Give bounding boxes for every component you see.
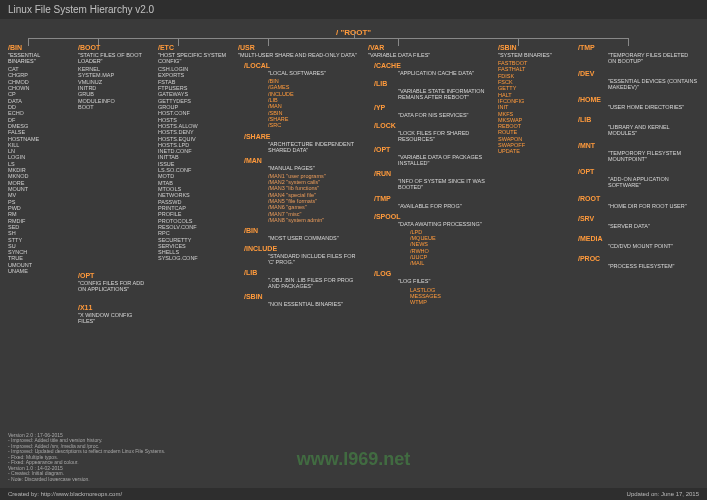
desc-usr-share: "ARCHITECTURE INDEPENDENT SHARED DATA" — [268, 141, 358, 153]
dir-var-run: /RUN — [374, 170, 488, 177]
version-notes: Version 2.0 : 17-06-2015 - Improved: Add… — [8, 433, 178, 483]
col-var: /VAR "VARIABLE DATA FILES" /CACHE "APPLI… — [368, 44, 488, 305]
dir-usr-sbin: /SBIN — [244, 293, 358, 300]
dir-var-opt: /OPT — [374, 146, 488, 153]
dir-usr: /USR — [238, 44, 358, 51]
dir-mnt: /MNT — [578, 142, 698, 149]
dir-srv: /SRV — [578, 215, 698, 222]
items-bin: CATCHGRPCHMODCHOWNCPDATADDECHODFDMESGFAL… — [8, 66, 68, 274]
desc-home: "USER HOME DIRECTORIES" — [608, 104, 698, 110]
desc-usr-bin: "MOST USER COMMANDS" — [268, 235, 358, 241]
dir-proc: /PROC — [578, 255, 698, 262]
page-title: Linux File System Hierarchy v2.0 — [8, 4, 154, 15]
dir-var-cache: /CACHE — [374, 62, 488, 69]
col-right: /TMP "TEMPORARY FILES DELETED ON BOOTUP"… — [578, 44, 698, 275]
footer-left: Created by: http://www.blackmoreops.com/ — [8, 491, 122, 497]
desc-var-cache: "APPLICATION CACHE DATA" — [398, 70, 488, 76]
desc-mnt: "TEMPORORY FILESYSTEM MOUNTPOINT" — [608, 150, 698, 162]
desc-usr-man: "MANUAL PAGES" — [268, 165, 358, 171]
dir-usr-man: /MAN — [244, 157, 358, 164]
items-usr-local: /BIN/GAMES/INCLUDE/LIB/MAN/SBIN/SHARE/SR… — [268, 78, 358, 129]
desc-var: "VARIABLE DATA FILES" — [368, 52, 488, 58]
dir-usr-bin: /BIN — [244, 227, 358, 234]
items-var-log: LASTLOGMESSAGESWTMP — [410, 287, 488, 306]
list-item: WTMP — [410, 299, 488, 305]
desc-srv: "SERVER DATA" — [608, 223, 698, 229]
items-boot: KERNELSYSTEM.MAPVMLINUZINITRDGRUBMODULEI… — [78, 66, 148, 110]
desc-usr-local: "LOCAL SOFTWARES" — [268, 70, 358, 76]
desc-opt: "ADD-ON APPLICATION SOFTWARE" — [608, 176, 698, 188]
dir-x11: /X11 — [78, 304, 148, 311]
dir-var-tmp: /TMP — [374, 195, 488, 202]
col-boot: /BOOT "STATIC FILES OF BOOT LOADER" KERN… — [78, 44, 148, 326]
items-usr-man: /MAN1 "user programs"/MAN2 "system calls… — [268, 173, 358, 224]
list-item: /MAIL — [410, 260, 488, 266]
footer-bar: Created by: http://www.blackmoreops.com/… — [0, 488, 707, 500]
dir-var: /VAR — [368, 44, 488, 51]
list-item: UNAME — [8, 268, 68, 274]
dir-var-lock: /LOCK — [374, 122, 488, 129]
diagram-content: /BIN "ESSENTIAL BINARIES" CATCHGRPCHMODC… — [8, 44, 699, 482]
dir-var-lib: /LIB — [374, 80, 488, 87]
items-var-spool: /LPD/MQUEUE/NEWS/RWHO/UUCP/MAIL — [410, 229, 488, 267]
items-etc: CSH.LOGINEXPORTSFSTABFTPUSERSGATEWAYSGET… — [158, 66, 228, 262]
desc-var-lock: "LOCK FILES FOR SHARED RESOURCES" — [398, 130, 488, 142]
desc-dev: "ESSENTIAL DEVICES (CONTAINS MAKEDEV)" — [608, 78, 698, 90]
dir-usr-lib: /LIB — [244, 269, 358, 276]
col-etc: /ETC "HOST SPECIFIC SYSTEM CONFIG" CSH.L… — [158, 44, 228, 262]
desc-x11: "X WINDOW CONFIG FILES" — [78, 312, 148, 324]
desc-usr-include: "STANDARD INCLUDE FILES FOR 'C' PROG." — [268, 253, 358, 265]
desc-root: "HOME DIR FOR ROOT USER" — [608, 203, 698, 209]
dir-opt-etc: /OPT — [78, 272, 148, 279]
dir-opt: /OPT — [578, 168, 698, 175]
desc-var-run: "INFO OF SYSTEM SINCE IT WAS BOOTED" — [398, 178, 488, 190]
desc-var-yp: "DATA FOR NIS SERVICES" — [398, 112, 488, 118]
dir-tmp: /TMP — [578, 44, 698, 51]
desc-var-tmp: "AVAILABLE FOR PROG" — [398, 203, 488, 209]
dir-usr-include: /INCLUDE — [244, 245, 358, 252]
dir-usr-local: /LOCAL — [244, 62, 358, 69]
dir-var-yp: /YP — [374, 104, 488, 111]
dir-usr-share: /SHARE — [244, 133, 358, 140]
list-item: UPDATE — [498, 148, 568, 154]
desc-sbin: "SYSTEM BINARIES" — [498, 52, 568, 58]
dir-dev: /DEV — [578, 70, 698, 77]
dir-sbin: /SBIN — [498, 44, 568, 51]
dir-boot: /BOOT — [78, 44, 148, 51]
desc-var-lib: "VARIABLE STATE INFORMATION REMAINS AFTE… — [398, 88, 488, 100]
desc-var-spool: "DATA AWAITING PROCESSING" — [398, 221, 488, 227]
desc-lib: "LIBRARY AND KERNEL MODULES" — [608, 124, 698, 136]
col-usr: /USR "MULTI-USER SHARE AND READ-ONLY DAT… — [238, 44, 358, 310]
col-sbin: /SBIN "SYSTEM BINARIES" FASTBOOTFASTHALT… — [498, 44, 568, 155]
desc-opt-etc: "CONFIG FILES FOR ADD ON APPLICATIONS" — [78, 280, 148, 292]
dir-var-log: /LOG — [374, 270, 488, 277]
desc-proc: "PROCESS FILESYSTEM" — [608, 263, 698, 269]
desc-media: "CD/DVD MOUNT POINT" — [608, 243, 698, 249]
dir-home: /HOME — [578, 96, 698, 103]
desc-var-log: "LOG FILES" — [398, 278, 488, 284]
list-item: SYSLOG.CONF — [158, 255, 228, 261]
footer-right: Updated on: June 17, 2015 — [627, 491, 699, 497]
title-bar: Linux File System Hierarchy v2.0 — [0, 0, 707, 19]
desc-bin: "ESSENTIAL BINARIES" — [8, 52, 68, 64]
desc-usr-sbin: "NON ESSENTIAL BINARIES" — [268, 301, 358, 307]
dir-etc: /ETC — [158, 44, 228, 51]
desc-usr: "MULTI-USER SHARE AND READ-ONLY DATA" — [238, 52, 358, 58]
vn-line: - Note: Discarded lowercase version. — [8, 477, 178, 483]
desc-etc: "HOST SPECIFIC SYSTEM CONFIG" — [158, 52, 228, 64]
list-item: /MAN8 "system admin" — [268, 217, 358, 223]
desc-usr-lib: ".OBJ .BIN .LIB FILES FOR PROG AND PACKA… — [268, 277, 358, 289]
desc-tmp: "TEMPORARY FILES DELETED ON BOOTUP" — [608, 52, 698, 64]
desc-boot: "STATIC FILES OF BOOT LOADER" — [78, 52, 148, 64]
desc-var-opt: "VARIABLE DATA OF PACKAGES INSTALLED" — [398, 154, 488, 166]
dir-bin: /BIN — [8, 44, 68, 51]
dir-var-spool: /SPOOL — [374, 213, 488, 220]
dir-root: /ROOT — [578, 195, 698, 202]
dir-media: /MEDIA — [578, 235, 698, 242]
col-bin: /BIN "ESSENTIAL BINARIES" CATCHGRPCHMODC… — [8, 44, 68, 274]
dir-lib: /LIB — [578, 116, 698, 123]
list-item: /SRC — [268, 122, 358, 128]
items-sbin: FASTBOOTFASTHALTFDISKFSCKGETTYHALTIFCONF… — [498, 60, 568, 155]
